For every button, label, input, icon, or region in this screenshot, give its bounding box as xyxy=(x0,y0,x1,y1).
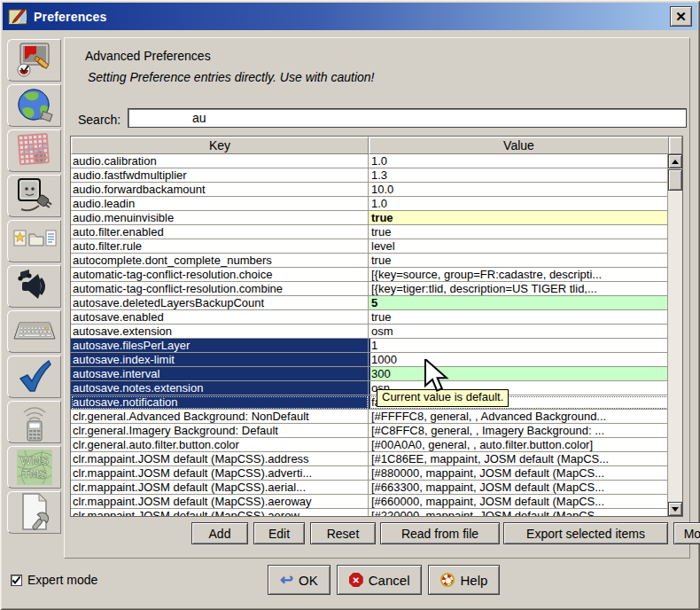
pref-value-cell: 1000 xyxy=(369,353,669,367)
table-row[interactable]: clr.mappaint.JOSM default (MapCSS).aerow… xyxy=(71,495,669,509)
close-button[interactable]: ✕ xyxy=(670,6,692,27)
edit-button[interactable]: Edit xyxy=(253,522,305,544)
pref-key-cell: audio.menuinvisible xyxy=(71,211,369,225)
remote-control-icon xyxy=(17,402,52,442)
scrollbar-thumb[interactable] xyxy=(668,169,682,191)
pref-value-cell: [#220000, mappaint, JOSM default (MapCS.… xyxy=(369,509,669,516)
wms-tms-tile-icon: WMSTMS xyxy=(16,449,53,486)
title-bar[interactable]: Preferences ✕ xyxy=(3,3,697,30)
pref-key-cell: autosave.notes.extension xyxy=(71,381,369,395)
table-row[interactable]: autosave.notes.extensionosn xyxy=(71,381,669,395)
window-title: Preferences xyxy=(34,10,670,24)
sidebar-item-toolbar[interactable] xyxy=(7,220,61,262)
map-grid-icon xyxy=(15,131,54,170)
scroll-down-button[interactable] xyxy=(668,502,682,516)
table-row[interactable]: autosave.index-limit1000 xyxy=(71,353,669,367)
ok-button-label: OK xyxy=(299,573,318,588)
search-label: Search: xyxy=(78,113,121,127)
table-row[interactable]: audio.leadin1.0 xyxy=(71,197,669,211)
table-row[interactable]: clr.general.Advanced Background: NonDefa… xyxy=(71,410,669,424)
column-header-value[interactable]: Value xyxy=(369,137,669,154)
file-wrench-icon xyxy=(16,492,53,533)
table-row[interactable]: audio.forwardbackamount10.0 xyxy=(71,183,669,197)
sidebar-item-shortcuts[interactable] xyxy=(7,310,61,353)
table-row[interactable]: clr.mappaint.JOSM default (MapCSS).adver… xyxy=(71,466,669,481)
read-from-file-button[interactable]: Read from file xyxy=(380,522,500,544)
table-row[interactable]: autosave.extensionosm xyxy=(71,325,669,339)
table-action-buttons: AddEditResetRead from fileExport selecte… xyxy=(65,522,691,545)
pref-value-cell: 10.0 xyxy=(369,183,669,197)
table-row[interactable]: autosave.interval300 xyxy=(71,367,669,381)
column-header-key[interactable]: Key xyxy=(71,137,369,154)
export-selected-items-button[interactable]: Export selected items xyxy=(503,522,668,544)
pref-value-cell: [#1C86EE, mappaint, JOSM default (MapCS.… xyxy=(369,452,669,466)
check-validator-icon xyxy=(15,357,54,396)
sidebar-item-advanced[interactable] xyxy=(7,491,61,534)
cancel-button[interactable]: ✕Cancel xyxy=(337,565,423,595)
pref-key-cell: clr.mappaint.JOSM default (MapCSS).aerow… xyxy=(71,509,369,516)
search-input[interactable]: au xyxy=(128,108,687,128)
table-row[interactable]: auto.filter.rulelevel xyxy=(71,239,669,254)
table-row[interactable]: automatic-tag-conflict-resolution.choice… xyxy=(71,268,669,282)
sidebar-item-map-projection[interactable] xyxy=(7,129,61,172)
help-button[interactable]: Help xyxy=(428,565,500,595)
sidebar-item-imagery[interactable]: WMSTMS xyxy=(7,446,61,489)
sidebar-item-audio[interactable] xyxy=(7,265,61,308)
pref-key-cell: automatic-tag-conflict-resolution.choice xyxy=(71,268,369,282)
sidebar-item-display[interactable] xyxy=(7,39,61,82)
pref-key-cell: clr.mappaint.JOSM default (MapCSS).aeria… xyxy=(71,481,369,495)
sidebar-item-remote-control[interactable] xyxy=(7,401,61,443)
pref-value-cell: [{key=source, group=FR:cadastre, descrip… xyxy=(369,268,669,282)
expert-mode-label: Expert mode xyxy=(27,573,97,587)
table-row[interactable]: automatic-tag-conflict-resolution.combin… xyxy=(71,282,669,296)
pref-value-cell: true xyxy=(369,225,669,239)
pref-key-cell: clr.mappaint.JOSM default (MapCSS).adver… xyxy=(71,466,369,481)
table-row[interactable]: autosave.notificationfalse xyxy=(71,395,669,410)
table-header: Key Value xyxy=(71,137,682,154)
table-row[interactable]: autocomplete.dont_complete_numberstrue xyxy=(71,254,669,268)
table-row[interactable]: clr.mappaint.JOSM default (MapCSS).aerow… xyxy=(71,509,669,516)
connection-globe-icon xyxy=(15,86,54,125)
table-row[interactable]: clr.mappaint.JOSM default (MapCSS).addre… xyxy=(71,452,669,466)
pref-key-cell: clr.general.Imagery Background: Default xyxy=(71,424,369,438)
table-row[interactable]: clr.general.Imagery Background: Default[… xyxy=(71,424,669,438)
pref-key-cell: auto.filter.rule xyxy=(71,239,369,254)
reset-button[interactable]: Reset xyxy=(310,522,376,544)
sidebar-item-plugins[interactable] xyxy=(7,175,61,217)
pref-key-cell: autosave.enabled xyxy=(71,310,369,325)
table-row[interactable]: audio.calibration1.0 xyxy=(71,154,669,168)
add-button[interactable]: Add xyxy=(191,522,248,544)
cancel-button-label: Cancel xyxy=(369,573,410,588)
vertical-scrollbar[interactable] xyxy=(667,154,682,516)
tooltip: Current value is default. xyxy=(377,389,509,407)
plug-socket-icon xyxy=(15,176,54,215)
pref-key-cell: automatic-tag-conflict-resolution.combin… xyxy=(71,282,369,296)
table-row[interactable]: autosave.deletedLayersBackupCount5 xyxy=(71,296,669,310)
table-row[interactable]: autosave.enabledtrue xyxy=(71,310,669,325)
svg-text:WMS: WMS xyxy=(20,454,49,467)
help-lifesaver-icon xyxy=(440,573,455,587)
keyboard-icon xyxy=(12,316,57,348)
table-row[interactable]: autosave.filesPerLayer1 xyxy=(71,339,669,353)
more-button[interactable]: More... xyxy=(673,522,700,544)
table-row[interactable]: audio.fastfwdmultiplier1.3 xyxy=(71,168,669,183)
pref-value-cell: 1.0 xyxy=(369,197,669,211)
audio-speaker-icon xyxy=(15,267,54,306)
pref-value-cell: 5 xyxy=(369,296,669,310)
column-header-spacer xyxy=(669,137,682,154)
pref-key-cell: autocomplete.dont_complete_numbers xyxy=(71,254,369,268)
pref-key-cell: clr.general.Advanced Background: NonDefa… xyxy=(71,410,369,424)
table-row[interactable]: audio.menuinvisibletrue xyxy=(71,211,669,225)
table-row[interactable]: clr.mappaint.JOSM default (MapCSS).aeria… xyxy=(71,481,669,495)
caution-subtitle: Setting Preference entries directly. Use… xyxy=(88,70,374,84)
expert-mode-checkbox[interactable] xyxy=(11,575,22,586)
sidebar-item-connection[interactable] xyxy=(7,84,61,127)
scroll-up-button[interactable] xyxy=(668,154,682,168)
ok-button[interactable]: ↩OK xyxy=(268,565,331,595)
pref-key-cell: autosave.deletedLayersBackupCount xyxy=(71,296,369,310)
pref-value-cell: true xyxy=(369,254,669,268)
table-row[interactable]: auto.filter.enabledtrue xyxy=(71,225,669,239)
sidebar-item-validator[interactable] xyxy=(7,356,61,398)
table-row[interactable]: clr.general.auto.filter.button.color[#00… xyxy=(71,438,669,452)
expert-mode-option[interactable]: Expert mode xyxy=(11,573,97,587)
